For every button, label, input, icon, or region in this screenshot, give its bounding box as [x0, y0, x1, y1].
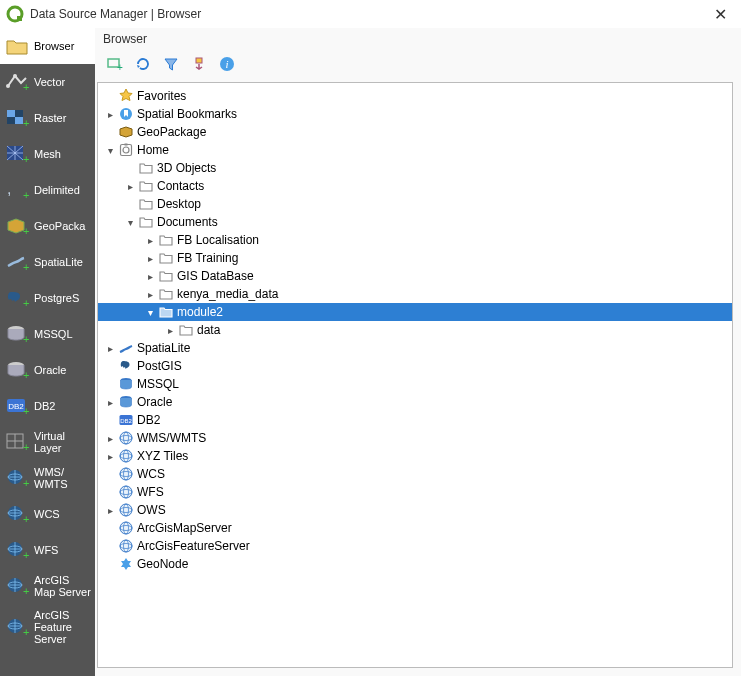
tree-node-label: data — [197, 323, 220, 337]
sidebar-item-postgres[interactable]: +PostgreS — [0, 280, 95, 316]
sidebar-item-mssql[interactable]: +MSSQL — [0, 316, 95, 352]
expand-arrow[interactable]: ▾ — [104, 145, 116, 156]
sidebar-item-delimited[interactable]: ,+Delimited — [0, 172, 95, 208]
spatialite-icon: + — [4, 249, 30, 275]
sidebar-item-label: Mesh — [34, 148, 61, 160]
expand-arrow[interactable]: ▸ — [124, 181, 136, 192]
tree-node[interactable]: ▸data — [98, 321, 732, 339]
tree-node[interactable]: WCS — [98, 465, 732, 483]
expand-arrow[interactable]: ▾ — [144, 307, 156, 318]
tree-node[interactable]: GeoPackage — [98, 123, 732, 141]
svg-point-65 — [120, 504, 132, 516]
svg-text:+: + — [23, 153, 29, 164]
tree-node[interactable]: ▸FB Training — [98, 249, 732, 267]
tree-node[interactable]: ▾Documents — [98, 213, 732, 231]
sidebar-item-spatialite[interactable]: +SpatiaLite — [0, 244, 95, 280]
tree-node[interactable]: ▸FB Localisation — [98, 231, 732, 249]
tree-node[interactable]: WFS — [98, 483, 732, 501]
sidebar-item-label: Browser — [34, 40, 74, 52]
folder-icon — [158, 286, 174, 302]
tree-node[interactable]: ▸Oracle — [98, 393, 732, 411]
tree-node-label: WFS — [137, 485, 164, 499]
tree-node[interactable]: 3D Objects — [98, 159, 732, 177]
sidebar-item-label: WFS — [34, 544, 58, 556]
globe-icon — [118, 466, 134, 482]
sidebar-item-wfs[interactable]: +WFS — [0, 532, 95, 568]
expand-arrow[interactable]: ▸ — [104, 433, 116, 444]
tree-node[interactable]: Favorites — [98, 87, 732, 105]
sidebar-item-db2[interactable]: DB2+DB2 — [0, 388, 95, 424]
expand-arrow[interactable]: ▸ — [104, 343, 116, 354]
sidebar-item-oracle[interactable]: +Oracle — [0, 352, 95, 388]
sidebar-item-wmswmts[interactable]: +WMS/ WMTS — [0, 460, 95, 496]
expand-arrow[interactable]: ▸ — [144, 253, 156, 264]
sidebar-item-arcgisfeature[interactable]: +ArcGIS Feature Server — [0, 604, 95, 650]
sidebar-item-vector[interactable]: +Vector — [0, 64, 95, 100]
tree-node[interactable]: Desktop — [98, 195, 732, 213]
tree-node[interactable]: ▸Spatial Bookmarks — [98, 105, 732, 123]
globe-icon — [118, 502, 134, 518]
sidebar-item-label: ArcGIS Feature Server — [34, 609, 91, 645]
sidebar-item-virtuallayer[interactable]: +Virtual Layer — [0, 424, 95, 460]
tree-node[interactable]: GeoNode — [98, 555, 732, 573]
expand-arrow[interactable]: ▸ — [104, 505, 116, 516]
sidebar-item-label: Virtual Layer — [34, 430, 91, 454]
tree-node[interactable]: ▸GIS DataBase — [98, 267, 732, 285]
close-button[interactable]: ✕ — [706, 3, 735, 26]
tree-node-label: PostGIS — [137, 359, 182, 373]
db2-icon: DB2+ — [4, 393, 30, 419]
expand-arrow[interactable]: ▸ — [164, 325, 176, 336]
tree-node[interactable]: ▸Contacts — [98, 177, 732, 195]
tree-node[interactable]: PostGIS — [98, 357, 732, 375]
filter-button[interactable] — [161, 54, 181, 74]
tree-node[interactable]: ▾Home — [98, 141, 732, 159]
add-layer-button[interactable]: + — [105, 54, 125, 74]
browser-tree[interactable]: Favorites▸Spatial BookmarksGeoPackage▾Ho… — [97, 82, 733, 668]
oracle-icon — [118, 394, 134, 410]
tree-node[interactable]: ▸SpatiaLite — [98, 339, 732, 357]
properties-button[interactable]: i — [217, 54, 237, 74]
tree-node[interactable]: MSSQL — [98, 375, 732, 393]
delimited-icon: ,+ — [4, 177, 30, 203]
expand-arrow[interactable]: ▸ — [144, 289, 156, 300]
svg-text:DB2: DB2 — [120, 418, 132, 424]
sidebar-item-mesh[interactable]: +Mesh — [0, 136, 95, 172]
mssql-icon — [118, 376, 134, 392]
collapse-all-button[interactable] — [189, 54, 209, 74]
tree-node[interactable]: ▸OWS — [98, 501, 732, 519]
sidebar-item-raster[interactable]: +Raster — [0, 100, 95, 136]
folder-icon — [178, 322, 194, 338]
expand-arrow[interactable]: ▸ — [104, 109, 116, 120]
expand-arrow[interactable]: ▸ — [104, 451, 116, 462]
panel-title: Browser — [95, 28, 741, 50]
svg-text:+: + — [23, 369, 29, 380]
svg-rect-7 — [15, 117, 23, 124]
sidebar-item-geopackage[interactable]: +GeoPacka — [0, 208, 95, 244]
expand-arrow[interactable]: ▸ — [144, 271, 156, 282]
tree-node-label: Contacts — [157, 179, 204, 193]
tree-node[interactable]: ▸XYZ Tiles — [98, 447, 732, 465]
expand-arrow[interactable]: ▸ — [144, 235, 156, 246]
sidebar-item-arcgismap[interactable]: +ArcGIS Map Server — [0, 568, 95, 604]
expand-arrow[interactable]: ▾ — [124, 217, 136, 228]
refresh-button[interactable] — [133, 54, 153, 74]
tree-node[interactable]: ArcGisMapServer — [98, 519, 732, 537]
tree-node[interactable]: ▸WMS/WMTS — [98, 429, 732, 447]
globe-icon — [118, 538, 134, 554]
sidebar-item-wcs[interactable]: +WCS — [0, 496, 95, 532]
tree-node[interactable]: ▾module2 — [98, 303, 732, 321]
sidebar-item-label: SpatiaLite — [34, 256, 83, 268]
svg-text:+: + — [23, 225, 29, 236]
tree-node[interactable]: ArcGisFeatureServer — [98, 537, 732, 555]
star-icon — [118, 88, 134, 104]
sidebar-item-browser[interactable]: Browser — [0, 28, 95, 64]
expand-arrow[interactable]: ▸ — [104, 397, 116, 408]
svg-rect-48 — [125, 144, 128, 146]
globe-icon — [118, 430, 134, 446]
tree-node-label: WMS/WMTS — [137, 431, 206, 445]
tree-node[interactable]: DB2DB2 — [98, 411, 732, 429]
sidebar-item-label: Vector — [34, 76, 65, 88]
svg-rect-1 — [17, 16, 22, 21]
tree-node[interactable]: ▸kenya_media_data — [98, 285, 732, 303]
globe-icon — [118, 484, 134, 500]
